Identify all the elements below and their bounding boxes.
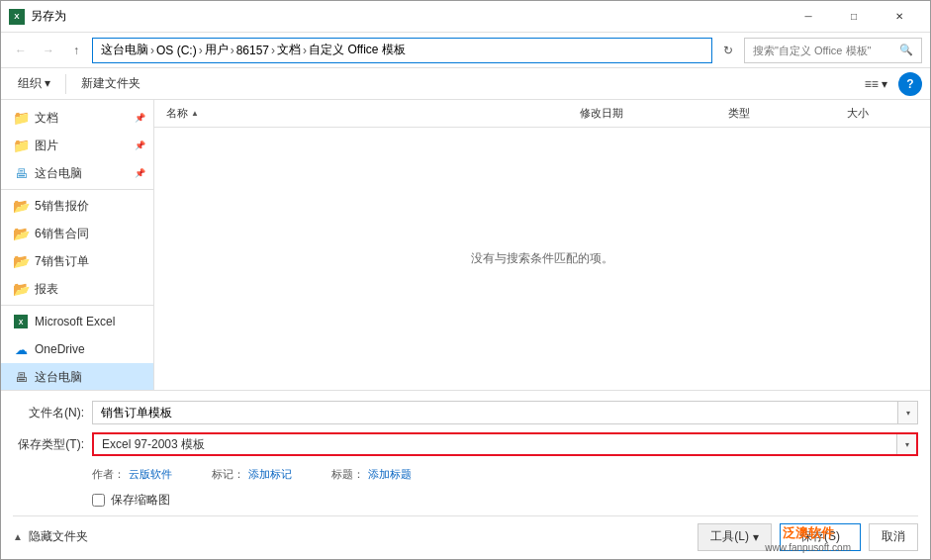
folder-blue-icon: 📂: [13, 253, 29, 269]
filename-label: 文件名(N):: [13, 405, 92, 421]
thumbnail-checkbox[interactable]: [92, 494, 105, 507]
search-input[interactable]: [753, 45, 895, 56]
sidebar-item-reports[interactable]: 📂 报表: [1, 275, 153, 303]
sidebar-divider: [1, 189, 153, 190]
organize-button[interactable]: 组织 ▾: [9, 72, 59, 96]
pin-icon: 📌: [135, 140, 145, 150]
filename-wrapper: ▾: [92, 401, 918, 424]
tag-value[interactable]: 添加标记: [248, 467, 292, 482]
file-header: 名称 ▲ 修改日期 类型 大小: [154, 100, 930, 128]
computer-icon: 🖶: [13, 369, 29, 385]
empty-message: 没有与搜索条件匹配的项。: [471, 250, 613, 267]
toolbar-separator: [65, 74, 66, 94]
sidebar: 📁 文档 📌 📁 图片 📌 🖶 这台电脑 📌: [1, 100, 154, 390]
path-sep5: ›: [303, 44, 307, 57]
sidebar-item-onedrive[interactable]: ☁ OneDrive: [1, 335, 153, 363]
collapse-icon: ▲: [13, 531, 23, 542]
search-icon[interactable]: 🔍: [899, 44, 913, 56]
title-item: 标题： 添加标题: [331, 467, 412, 482]
column-header-type[interactable]: 类型: [724, 106, 843, 121]
save-as-dialog: X 另存为 ─ □ ✕ ← → ↑ 这台电脑 › OS (C:) › 用户 › …: [0, 0, 931, 560]
title-value[interactable]: 添加标题: [368, 467, 412, 482]
filetype-row: 保存类型(T): Excel 97-2003 模板 ▾: [13, 430, 918, 458]
sidebar-item-this-pc[interactable]: 🖶 这台电脑: [1, 363, 153, 390]
close-button[interactable]: ✕: [877, 1, 922, 33]
filetype-value: Excel 97-2003 模板: [94, 436, 896, 453]
title-bar: X 另存为 ─ □ ✕: [1, 1, 930, 33]
author-value[interactable]: 云版软件: [129, 467, 172, 482]
filename-dropdown-arrow[interactable]: ▾: [897, 402, 917, 423]
folder-blue-icon: 📂: [13, 198, 29, 214]
column-header-name[interactable]: 名称 ▲: [162, 106, 576, 121]
sidebar-item-label: 这台电脑: [35, 165, 82, 182]
folder-icon: 📁: [13, 138, 29, 153]
filetype-select[interactable]: Excel 97-2003 模板 ▾: [92, 432, 918, 456]
watermark-url: www.fanpusoft.com: [765, 542, 851, 553]
forward-button[interactable]: →: [37, 39, 60, 62]
path-part5: 文档: [277, 42, 301, 58]
path-sep1: ›: [150, 44, 154, 57]
sidebar-item-label: 文档: [35, 110, 58, 127]
filetype-label: 保存类型(T):: [13, 436, 92, 453]
cancel-button[interactable]: 取消: [869, 523, 918, 551]
meta-row: 作者： 云版软件 标记： 添加标记 标题： 添加标题: [13, 462, 918, 486]
filename-input[interactable]: [93, 402, 897, 423]
column-header-date[interactable]: 修改日期: [576, 106, 724, 121]
pin-icon: 📌: [135, 168, 145, 178]
new-folder-button[interactable]: 新建文件夹: [72, 72, 149, 96]
sidebar-item-pictures[interactable]: 📁 图片 📌: [1, 132, 153, 159]
thumbnail-row: 保存缩略图: [13, 488, 918, 512]
sidebar-item-sales-order[interactable]: 📂 7销售订单: [1, 247, 153, 275]
minimize-button[interactable]: ─: [786, 1, 831, 33]
help-button[interactable]: ?: [898, 72, 922, 96]
back-button[interactable]: ←: [9, 39, 33, 62]
tools-button[interactable]: 工具(L) ▾: [698, 523, 772, 551]
sidebar-item-excel[interactable]: X Microsoft Excel: [1, 308, 153, 335]
main-content: 📁 文档 📌 📁 图片 📌 🖶 这台电脑 📌: [1, 100, 930, 390]
sidebar-item-sales-quote[interactable]: 📂 5销售报价: [1, 192, 153, 220]
sidebar-item-label: Microsoft Excel: [35, 315, 115, 328]
sidebar-item-sales-contract[interactable]: 📂 6销售合同: [1, 220, 153, 247]
sidebar-item-label: OneDrive: [35, 342, 85, 356]
hide-folders-toggle[interactable]: ▲ 隐藏文件夹: [13, 528, 88, 545]
file-list: 没有与搜索条件匹配的项。: [154, 128, 930, 390]
maximize-button[interactable]: □: [831, 1, 877, 33]
computer-icon: 🖶: [13, 165, 29, 181]
search-box[interactable]: 🔍: [744, 38, 922, 63]
path-part4: 86157: [236, 44, 269, 57]
sidebar-item-label: 7销售订单: [35, 253, 89, 270]
sidebar-item-label: 这台电脑: [35, 369, 82, 386]
view-options: ≡≡ ▾ ?: [856, 72, 922, 96]
thumbnail-label: 保存缩略图: [111, 492, 170, 509]
sidebar-item-label: 5销售报价: [35, 198, 89, 215]
path-part1: 这台电脑: [101, 42, 148, 58]
column-header-size[interactable]: 大小: [843, 106, 922, 121]
filetype-dropdown-arrow[interactable]: ▾: [896, 434, 916, 454]
author-label: 作者：: [92, 467, 125, 482]
author-item: 作者： 云版软件: [92, 467, 172, 482]
refresh-button[interactable]: ↻: [716, 39, 740, 62]
excel-sidebar-icon: X: [13, 314, 29, 329]
sidebar-item-documents[interactable]: 📁 文档 📌: [1, 104, 153, 132]
pin-icon: 📌: [135, 113, 145, 123]
sidebar-item-this-pc-1[interactable]: 🖶 这台电脑 📌: [1, 159, 153, 187]
up-button[interactable]: ↑: [64, 39, 88, 62]
address-path[interactable]: 这台电脑 › OS (C:) › 用户 › 86157 › 文档 › 自定义 O…: [92, 38, 712, 63]
folder-blue-icon: 📂: [13, 226, 29, 241]
dialog-title: 另存为: [31, 8, 786, 25]
path-sep2: ›: [199, 44, 203, 57]
watermark-brand: 泛澳软件: [765, 524, 851, 542]
sort-arrow: ▲: [191, 109, 199, 118]
path-sep3: ›: [231, 44, 234, 57]
excel-icon: X: [9, 9, 25, 25]
cloud-icon: ☁: [13, 341, 29, 357]
toolbar: 组织 ▾ 新建文件夹 ≡≡ ▾ ?: [1, 68, 930, 100]
title-label: 标题：: [331, 467, 364, 482]
path-sep4: ›: [271, 44, 275, 57]
tools-label: 工具(L): [710, 528, 749, 545]
window-controls: ─ □ ✕: [786, 1, 922, 33]
filename-row: 文件名(N): ▾: [13, 399, 918, 426]
hide-folders-label: 隐藏文件夹: [29, 528, 88, 545]
view-toggle-button[interactable]: ≡≡ ▾: [856, 72, 896, 96]
sidebar-item-label: 报表: [35, 281, 58, 298]
